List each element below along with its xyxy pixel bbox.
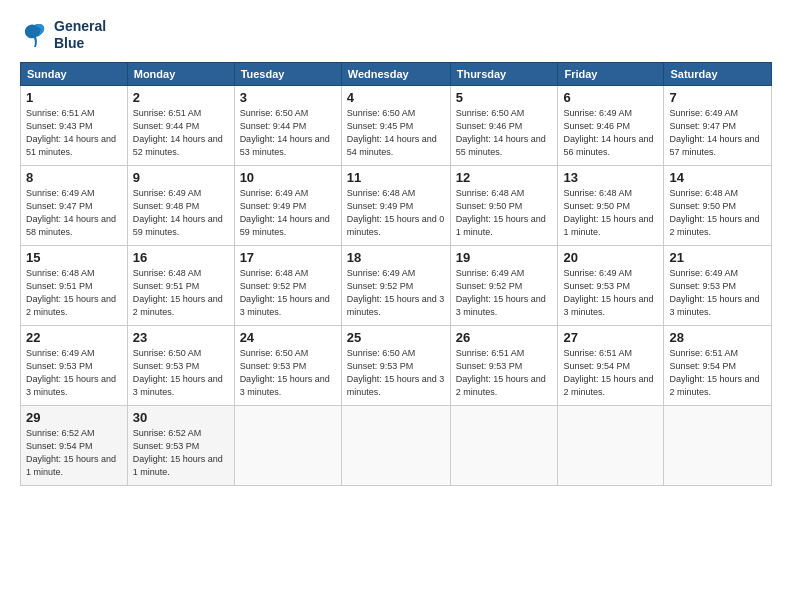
- week-row-2: 8Sunrise: 6:49 AMSunset: 9:47 PMDaylight…: [21, 165, 772, 245]
- day-cell: 11Sunrise: 6:48 AMSunset: 9:49 PMDayligh…: [341, 165, 450, 245]
- day-cell: 30Sunrise: 6:52 AMSunset: 9:53 PMDayligh…: [127, 405, 234, 485]
- day-cell: [558, 405, 664, 485]
- day-number: 10: [240, 170, 336, 185]
- logo-text: General Blue: [54, 18, 106, 52]
- day-cell: 25Sunrise: 6:50 AMSunset: 9:53 PMDayligh…: [341, 325, 450, 405]
- day-number: 25: [347, 330, 445, 345]
- day-header-sunday: Sunday: [21, 62, 128, 85]
- page: General Blue SundayMondayTuesdayWednesda…: [0, 0, 792, 612]
- day-number: 21: [669, 250, 766, 265]
- day-info: Sunrise: 6:50 AMSunset: 9:46 PMDaylight:…: [456, 108, 546, 157]
- day-cell: 3Sunrise: 6:50 AMSunset: 9:44 PMDaylight…: [234, 85, 341, 165]
- day-info: Sunrise: 6:51 AMSunset: 9:43 PMDaylight:…: [26, 108, 116, 157]
- week-row-5: 29Sunrise: 6:52 AMSunset: 9:54 PMDayligh…: [21, 405, 772, 485]
- header: General Blue: [20, 18, 772, 52]
- day-cell: [664, 405, 772, 485]
- day-number: 2: [133, 90, 229, 105]
- day-number: 29: [26, 410, 122, 425]
- day-info: Sunrise: 6:48 AMSunset: 9:50 PMDaylight:…: [563, 188, 653, 237]
- day-cell: 1Sunrise: 6:51 AMSunset: 9:43 PMDaylight…: [21, 85, 128, 165]
- day-info: Sunrise: 6:48 AMSunset: 9:50 PMDaylight:…: [456, 188, 546, 237]
- day-info: Sunrise: 6:49 AMSunset: 9:47 PMDaylight:…: [26, 188, 116, 237]
- day-cell: 14Sunrise: 6:48 AMSunset: 9:50 PMDayligh…: [664, 165, 772, 245]
- week-row-3: 15Sunrise: 6:48 AMSunset: 9:51 PMDayligh…: [21, 245, 772, 325]
- day-info: Sunrise: 6:50 AMSunset: 9:53 PMDaylight:…: [240, 348, 330, 397]
- day-number: 13: [563, 170, 658, 185]
- day-info: Sunrise: 6:49 AMSunset: 9:48 PMDaylight:…: [133, 188, 223, 237]
- day-header-thursday: Thursday: [450, 62, 558, 85]
- day-number: 11: [347, 170, 445, 185]
- day-cell: 18Sunrise: 6:49 AMSunset: 9:52 PMDayligh…: [341, 245, 450, 325]
- day-header-friday: Friday: [558, 62, 664, 85]
- day-info: Sunrise: 6:51 AMSunset: 9:54 PMDaylight:…: [669, 348, 759, 397]
- day-cell: 23Sunrise: 6:50 AMSunset: 9:53 PMDayligh…: [127, 325, 234, 405]
- day-number: 12: [456, 170, 553, 185]
- day-info: Sunrise: 6:48 AMSunset: 9:51 PMDaylight:…: [26, 268, 116, 317]
- day-info: Sunrise: 6:51 AMSunset: 9:54 PMDaylight:…: [563, 348, 653, 397]
- day-number: 18: [347, 250, 445, 265]
- day-cell: 8Sunrise: 6:49 AMSunset: 9:47 PMDaylight…: [21, 165, 128, 245]
- logo-icon: [20, 21, 50, 49]
- day-header-monday: Monday: [127, 62, 234, 85]
- day-info: Sunrise: 6:50 AMSunset: 9:53 PMDaylight:…: [347, 348, 445, 397]
- day-number: 9: [133, 170, 229, 185]
- day-number: 7: [669, 90, 766, 105]
- day-number: 15: [26, 250, 122, 265]
- day-number: 14: [669, 170, 766, 185]
- day-number: 4: [347, 90, 445, 105]
- calendar-header-row: SundayMondayTuesdayWednesdayThursdayFrid…: [21, 62, 772, 85]
- calendar: SundayMondayTuesdayWednesdayThursdayFrid…: [20, 62, 772, 486]
- day-cell: 4Sunrise: 6:50 AMSunset: 9:45 PMDaylight…: [341, 85, 450, 165]
- day-number: 5: [456, 90, 553, 105]
- day-info: Sunrise: 6:49 AMSunset: 9:49 PMDaylight:…: [240, 188, 330, 237]
- day-header-tuesday: Tuesday: [234, 62, 341, 85]
- day-cell: 16Sunrise: 6:48 AMSunset: 9:51 PMDayligh…: [127, 245, 234, 325]
- day-number: 26: [456, 330, 553, 345]
- day-cell: 20Sunrise: 6:49 AMSunset: 9:53 PMDayligh…: [558, 245, 664, 325]
- day-info: Sunrise: 6:51 AMSunset: 9:53 PMDaylight:…: [456, 348, 546, 397]
- day-cell: 17Sunrise: 6:48 AMSunset: 9:52 PMDayligh…: [234, 245, 341, 325]
- day-number: 27: [563, 330, 658, 345]
- day-number: 20: [563, 250, 658, 265]
- day-cell: 6Sunrise: 6:49 AMSunset: 9:46 PMDaylight…: [558, 85, 664, 165]
- day-cell: 9Sunrise: 6:49 AMSunset: 9:48 PMDaylight…: [127, 165, 234, 245]
- day-number: 22: [26, 330, 122, 345]
- day-number: 8: [26, 170, 122, 185]
- day-number: 3: [240, 90, 336, 105]
- day-number: 19: [456, 250, 553, 265]
- day-info: Sunrise: 6:52 AMSunset: 9:53 PMDaylight:…: [133, 428, 223, 477]
- calendar-body: 1Sunrise: 6:51 AMSunset: 9:43 PMDaylight…: [21, 85, 772, 485]
- day-cell: 26Sunrise: 6:51 AMSunset: 9:53 PMDayligh…: [450, 325, 558, 405]
- day-cell: 21Sunrise: 6:49 AMSunset: 9:53 PMDayligh…: [664, 245, 772, 325]
- week-row-1: 1Sunrise: 6:51 AMSunset: 9:43 PMDaylight…: [21, 85, 772, 165]
- day-info: Sunrise: 6:50 AMSunset: 9:44 PMDaylight:…: [240, 108, 330, 157]
- day-cell: 24Sunrise: 6:50 AMSunset: 9:53 PMDayligh…: [234, 325, 341, 405]
- day-cell: 22Sunrise: 6:49 AMSunset: 9:53 PMDayligh…: [21, 325, 128, 405]
- day-number: 17: [240, 250, 336, 265]
- day-number: 28: [669, 330, 766, 345]
- day-info: Sunrise: 6:50 AMSunset: 9:45 PMDaylight:…: [347, 108, 437, 157]
- day-number: 30: [133, 410, 229, 425]
- day-info: Sunrise: 6:48 AMSunset: 9:50 PMDaylight:…: [669, 188, 759, 237]
- day-info: Sunrise: 6:48 AMSunset: 9:49 PMDaylight:…: [347, 188, 445, 237]
- day-number: 23: [133, 330, 229, 345]
- day-info: Sunrise: 6:49 AMSunset: 9:53 PMDaylight:…: [563, 268, 653, 317]
- day-cell: 29Sunrise: 6:52 AMSunset: 9:54 PMDayligh…: [21, 405, 128, 485]
- day-cell: 7Sunrise: 6:49 AMSunset: 9:47 PMDaylight…: [664, 85, 772, 165]
- day-cell: 12Sunrise: 6:48 AMSunset: 9:50 PMDayligh…: [450, 165, 558, 245]
- day-number: 16: [133, 250, 229, 265]
- day-info: Sunrise: 6:52 AMSunset: 9:54 PMDaylight:…: [26, 428, 116, 477]
- day-number: 24: [240, 330, 336, 345]
- day-cell: 13Sunrise: 6:48 AMSunset: 9:50 PMDayligh…: [558, 165, 664, 245]
- day-info: Sunrise: 6:49 AMSunset: 9:52 PMDaylight:…: [456, 268, 546, 317]
- day-cell: 15Sunrise: 6:48 AMSunset: 9:51 PMDayligh…: [21, 245, 128, 325]
- day-cell: 28Sunrise: 6:51 AMSunset: 9:54 PMDayligh…: [664, 325, 772, 405]
- day-cell: [341, 405, 450, 485]
- day-header-saturday: Saturday: [664, 62, 772, 85]
- day-number: 6: [563, 90, 658, 105]
- day-info: Sunrise: 6:48 AMSunset: 9:52 PMDaylight:…: [240, 268, 330, 317]
- day-number: 1: [26, 90, 122, 105]
- day-info: Sunrise: 6:49 AMSunset: 9:46 PMDaylight:…: [563, 108, 653, 157]
- day-header-wednesday: Wednesday: [341, 62, 450, 85]
- day-cell: 10Sunrise: 6:49 AMSunset: 9:49 PMDayligh…: [234, 165, 341, 245]
